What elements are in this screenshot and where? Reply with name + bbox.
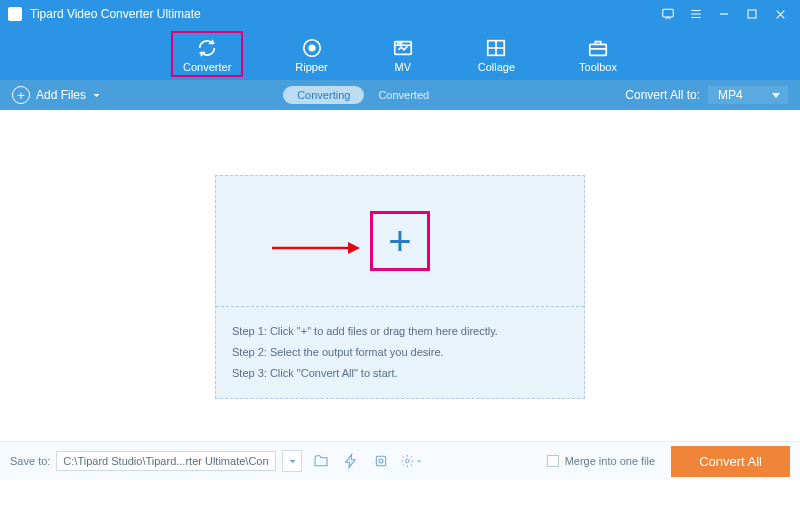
minimize-icon[interactable] [712,4,736,24]
main-area: + Step 1: Click "+" to add files or drag… [0,110,800,480]
drop-zone-top[interactable]: + [216,176,584,306]
svg-point-3 [309,45,315,51]
chevron-down-icon [92,91,101,100]
merge-label: Merge into one file [565,455,656,467]
save-to-label: Save to: [10,455,50,467]
convert-all-to-label: Convert All to: [625,88,700,102]
nav-label: Collage [478,61,515,73]
svg-rect-1 [748,10,756,18]
step-3-text: Step 3: Click "Convert All" to start. [232,363,568,384]
footer-bar: Save to: Merge into one file Convert All [0,441,800,480]
nav-label: MV [394,61,411,73]
tab-converted[interactable]: Converted [364,86,443,104]
ripper-icon [301,37,323,59]
settings-icon[interactable] [400,450,422,472]
add-files-label: Add Files [36,88,86,102]
nav-collage[interactable]: Collage [466,31,527,77]
save-path-input[interactable] [56,451,276,471]
menu-icon[interactable] [684,4,708,24]
nav-toolbox[interactable]: Toolbox [567,31,629,77]
checkbox-icon [547,455,559,467]
toolbox-icon [587,37,609,59]
converter-icon [196,37,218,59]
nav-label: Toolbox [579,61,617,73]
annotation-arrow-icon [270,238,360,258]
convert-all-to: Convert All to: MP4 [625,86,788,104]
svg-point-13 [406,459,410,463]
format-value: MP4 [718,88,743,102]
instructions: Step 1: Click "+" to add files or drag t… [216,306,584,398]
svg-point-5 [398,43,399,44]
collage-icon [485,37,507,59]
app-logo-icon [8,7,22,21]
mv-icon [392,37,414,59]
svg-marker-10 [348,242,360,254]
add-files-plus-button[interactable]: + [370,211,430,271]
path-dropdown[interactable] [282,450,302,472]
step-1-text: Step 1: Click "+" to add files or drag t… [232,321,568,342]
maximize-icon[interactable] [740,4,764,24]
convert-all-button[interactable]: Convert All [671,446,790,477]
main-nav: Converter Ripper MV Collage Toolbox [0,28,800,80]
format-select[interactable]: MP4 [708,86,788,104]
svg-point-6 [400,43,401,44]
plus-circle-icon: + [12,86,30,104]
svg-rect-11 [377,456,386,465]
feedback-icon[interactable] [656,4,680,24]
nav-converter[interactable]: Converter [171,31,243,77]
step-2-text: Step 2: Select the output format you des… [232,342,568,363]
hw-accel-icon[interactable] [340,450,362,472]
add-files-button[interactable]: + Add Files [12,86,101,104]
svg-rect-8 [590,44,607,55]
window-title: Tipard Video Converter Ultimate [30,7,201,21]
open-folder-icon[interactable] [310,450,332,472]
title-bar: Tipard Video Converter Ultimate [0,0,800,28]
nav-label: Converter [183,61,231,73]
close-icon[interactable] [768,4,792,24]
nav-ripper[interactable]: Ripper [283,31,339,77]
drop-zone[interactable]: + Step 1: Click "+" to add files or drag… [215,175,585,399]
merge-checkbox[interactable]: Merge into one file [547,455,656,467]
nav-label: Ripper [295,61,327,73]
svg-rect-0 [663,9,674,17]
nav-mv[interactable]: MV [380,31,426,77]
sub-toolbar: + Add Files Converting Converted Convert… [0,80,800,110]
gpu-icon[interactable] [370,450,392,472]
svg-point-12 [379,459,383,463]
tab-converting[interactable]: Converting [283,86,364,104]
plus-icon: + [388,221,411,261]
